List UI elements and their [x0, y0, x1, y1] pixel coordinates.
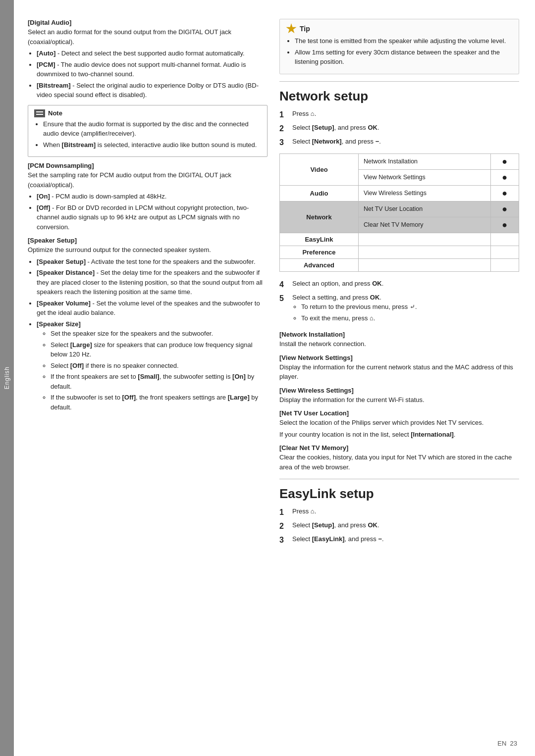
step-3: 3 Select [Network], and press −. — [279, 137, 519, 149]
easylink-step-1: 1 Press ⌂. — [279, 506, 519, 518]
divider2 — [279, 479, 519, 479]
network-steps: 1 Press ⌂. 2 Select [Setup], and press O… — [279, 109, 519, 149]
menu-item-clear-net: Clear Net TV Memory — [358, 217, 490, 233]
step-2: 2 Select [Setup], and press OK. — [279, 123, 519, 135]
list-item: [Speaker Size] Set the speaker size for … — [37, 319, 268, 412]
return-bullets: To return to the previous menu, press ⤶.… — [301, 302, 417, 323]
menu-cat-network: Network — [280, 201, 359, 233]
speaker-size-sublist: Set the speaker size for the speakers an… — [51, 329, 268, 412]
tip-label: Tip — [300, 25, 310, 33]
step-4: 4 Select an option, and press OK. — [279, 279, 519, 291]
view-network-text: Display the information for the current … — [279, 362, 519, 382]
menu-item-network-installation: Network Installation — [358, 153, 490, 169]
list-item: Set the speaker size for the speakers an… — [51, 329, 268, 339]
view-wireless-text: Display the information for the current … — [279, 395, 519, 405]
page-number: EN 23 — [497, 740, 517, 747]
menu-item-view-wireless: View Wireless Settings — [358, 185, 490, 201]
tip-list: The test tone is emitted from the speake… — [295, 36, 513, 67]
list-item: When [Bitstream] is selected, interactiv… — [43, 140, 261, 150]
speaker-heading: [Speaker Setup] — [28, 237, 268, 244]
menu-cat-advanced: Advanced — [280, 258, 359, 271]
clear-net-text: Clear the cookies, history, data you inp… — [279, 453, 519, 472]
easylink-heading: EasyLink setup — [279, 486, 519, 502]
digital-audio-heading: [Digital Audio] — [28, 19, 268, 26]
note-label: Note — [48, 109, 62, 117]
note-header: Note — [34, 109, 261, 117]
network-setup-heading: Network setup — [279, 89, 519, 104]
menu-table: Video Network Installation ● View Networ… — [279, 153, 519, 272]
list-item: To return to the previous menu, press ⤶. — [301, 302, 417, 312]
speaker-intro: Optimize the surround output for the con… — [28, 245, 268, 255]
note-list: Ensure that the audio format is supporte… — [43, 119, 261, 150]
list-item: If the subwoofer is set to [Off], the fr… — [51, 393, 268, 412]
list-item: Select [Off] if there is no speaker conn… — [51, 361, 268, 371]
easylink-step-2: 2 Select [Setup], and press OK. — [279, 520, 519, 532]
dot-cell: ● — [490, 153, 519, 169]
table-row: Video Network Installation ● — [280, 153, 519, 169]
easylink-step-3: 3 Select [EasyLink], and press −. — [279, 534, 519, 546]
net-tv-location-text2: If your country location is not in the l… — [279, 430, 519, 440]
list-item: Ensure that the audio format is supporte… — [43, 119, 261, 139]
divider — [279, 81, 519, 82]
table-row: EasyLink — [280, 233, 519, 246]
home-icon2: ⌂ — [311, 506, 315, 516]
view-wireless-heading: [View Wireless Settings] — [279, 387, 519, 394]
step-5: 5 Select a setting, and press OK. To ret… — [279, 293, 519, 326]
list-item: [On] - PCM audio is down-sampled at 48kH… — [37, 192, 268, 202]
menu-item-empty3 — [358, 258, 490, 271]
home-icon: ⌂ — [311, 109, 315, 119]
pcm-heading: [PCM Downsampling] — [28, 162, 268, 169]
dot-cell: ● — [490, 217, 519, 233]
list-item: [Off] - For BD or DVD recorded in LPCM w… — [37, 203, 268, 232]
step-1: 1 Press ⌂. — [279, 109, 519, 121]
list-item: [Speaker Setup] - Activate the test tone… — [37, 257, 268, 267]
table-row: Audio View Wireless Settings ● — [280, 185, 519, 201]
list-item: [Speaker Distance] - Set the delay time … — [37, 268, 268, 297]
menu-item-empty2 — [358, 246, 490, 258]
digital-audio-list: [Auto] - Detect and select the best supp… — [37, 49, 268, 100]
menu-cat-audio: Audio — [280, 185, 359, 201]
list-item: [Bitstream] - Select the original audio … — [37, 81, 268, 100]
menu-item-empty1 — [358, 233, 490, 246]
list-item: The test tone is emitted from the speake… — [295, 36, 513, 46]
pcm-intro: Set the sampling rate for PCM audio outp… — [28, 170, 268, 190]
view-network-heading: [View Network Settings] — [279, 354, 519, 361]
dot-cell-empty2 — [490, 246, 519, 258]
tip-box: Tip The test tone is emitted from the sp… — [279, 19, 519, 74]
note-box: Note Ensure that the audio format is sup… — [28, 105, 268, 157]
tip-header: Tip — [286, 23, 513, 34]
menu-cat-video: Video — [280, 153, 359, 185]
language-tab: English — [0, 0, 14, 756]
list-item: [Speaker Volume] - Set the volume level … — [37, 299, 268, 318]
net-tv-location-text1: Select the location of the Philips serve… — [279, 418, 519, 428]
right-column: Tip The test tone is emitted from the sp… — [279, 14, 519, 742]
clear-net-heading: [Clear Net TV Memory] — [279, 444, 519, 452]
list-item: [PCM] - The audio device does not suppor… — [37, 60, 268, 79]
table-row: Advanced — [280, 258, 519, 271]
table-row: Preference — [280, 246, 519, 258]
dot-cell: ● — [490, 185, 519, 201]
left-column: [Digital Audio] Select an audio format f… — [28, 14, 268, 742]
dot-cell: ● — [490, 169, 519, 185]
language-label: English — [3, 366, 10, 389]
table-row-highlight: Network Net TV User Location ● — [280, 201, 519, 217]
pcm-list: [On] - PCM audio is down-sampled at 48kH… — [37, 192, 268, 232]
digital-audio-intro: Select an audio format for the sound out… — [28, 27, 268, 47]
list-item: If the front speakers are set to [Small]… — [51, 372, 268, 391]
list-item: Select [Large] size for speakers that ca… — [51, 340, 268, 359]
menu-cat-preference: Preference — [280, 246, 359, 258]
list-item: [Auto] - Detect and select the best supp… — [37, 49, 268, 58]
note-icon — [34, 109, 45, 117]
network-steps-after: 4 Select an option, and press OK. 5 Sele… — [279, 279, 519, 326]
dot-cell: ● — [490, 201, 519, 217]
net-tv-location-heading: [Net TV User Location] — [279, 409, 519, 417]
network-installation-heading: [Network Installation] — [279, 331, 519, 338]
speaker-list: [Speaker Setup] - Activate the test tone… — [37, 257, 268, 412]
easylink-steps: 1 Press ⌂. 2 Select [Setup], and press O… — [279, 506, 519, 546]
menu-item-net-tv-user-location: Net TV User Location — [358, 201, 490, 217]
network-installation-text: Install the network connection. — [279, 339, 519, 349]
menu-cat-easylink: EasyLink — [280, 233, 359, 246]
menu-item-view-network: View Network Settings — [358, 169, 490, 185]
list-item: Allow 1ms setting for every 30cm distanc… — [295, 48, 513, 67]
tip-icon — [286, 23, 297, 34]
